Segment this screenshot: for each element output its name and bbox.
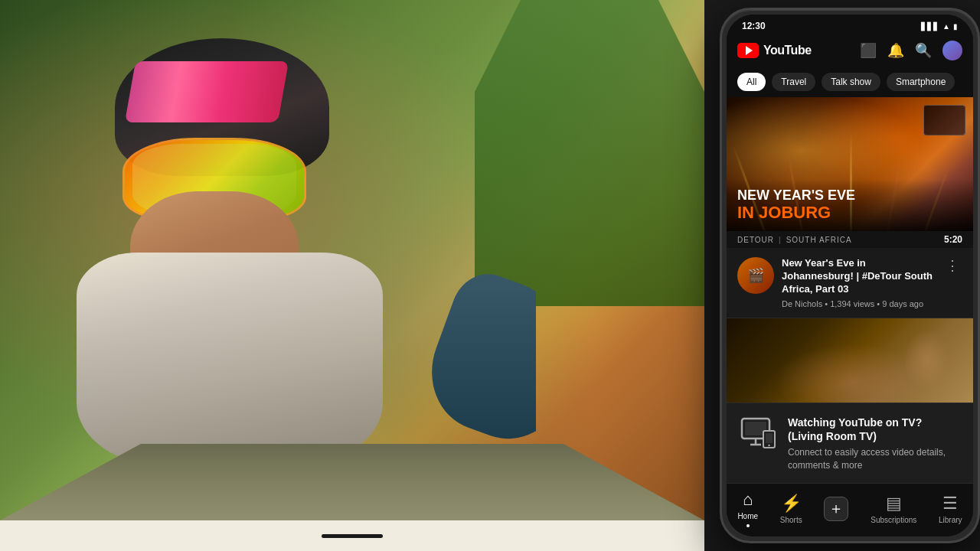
wifi-icon: ▲ (942, 22, 950, 31)
chip-talk-show[interactable]: Talk show (822, 73, 880, 91)
chip-all[interactable]: All (737, 73, 766, 91)
video-info-row[interactable]: 🎬 New Year's Eve in Johannesburg! | #DeT… (727, 248, 973, 318)
video-author: De Nichols (782, 299, 822, 308)
nav-subscriptions[interactable]: ▤ Subscriptions (871, 494, 916, 524)
battery-icon: ▮ (953, 22, 958, 31)
youtube-icon-box (737, 43, 759, 58)
svg-rect-5 (766, 433, 773, 443)
small-thumbnail-overlay (923, 105, 965, 135)
svg-point-6 (768, 444, 769, 445)
user-avatar[interactable] (942, 41, 962, 60)
featured-channel-meta: DETOUR | SOUTH AFRICA (737, 236, 852, 244)
youtube-logo-text: YouTube (763, 44, 812, 57)
nav-home-label: Home (737, 512, 758, 520)
video-title: New Year's Eve in Johannesburg! | #DeTou… (782, 257, 935, 296)
connect-text-block: Watching YouTube on TV? (Living Room TV)… (788, 416, 959, 472)
featured-thumbnail[interactable]: NEW YEAR'S EVE IN JOBURG (727, 97, 973, 231)
video-age: 9 days ago (882, 299, 923, 308)
shorts-icon: ⚡ (781, 494, 802, 514)
channel-avatar: 🎬 (737, 257, 774, 294)
status-time: 12:30 (742, 21, 766, 31)
video-details: New Year's Eve in Johannesburg! | #DeTou… (782, 257, 935, 308)
featured-region: SOUTH AFRICA (786, 236, 852, 244)
featured-title-line2: IN JOBURG (737, 204, 962, 222)
subscriptions-icon: ▤ (886, 494, 902, 514)
featured-overlay: NEW YEAR'S EVE IN JOBURG (727, 179, 973, 231)
bottom-bar (0, 520, 704, 551)
phone-screen: 12:30 ▋▋▋ ▲ ▮ YouTube ⬛ 🔔 � (727, 15, 973, 536)
background-video (0, 0, 704, 520)
video-views: 1,394 views (830, 299, 874, 308)
nav-library-label: Library (939, 516, 962, 524)
featured-title-line1: NEW YEAR'S EVE (737, 188, 962, 204)
youtube-logo: YouTube (737, 43, 812, 58)
nav-library[interactable]: ☰ Library (939, 494, 962, 524)
cast-icon[interactable]: ⬛ (860, 42, 877, 59)
youtube-header: YouTube ⬛ 🔔 🔍 (727, 34, 973, 67)
home-icon: ⌂ (743, 490, 753, 510)
second-video-preview[interactable] (727, 318, 973, 403)
connect-title: Watching YouTube on TV? (Living Room TV) (788, 416, 959, 443)
status-icons: ▋▋▋ ▲ ▮ (921, 22, 958, 31)
featured-channel: DETOUR (737, 236, 774, 244)
nav-subscriptions-label: Subscriptions (871, 516, 916, 524)
nav-home[interactable]: ⌂ Home (737, 490, 758, 527)
nav-create[interactable]: ＋ (824, 497, 848, 521)
signal-icon: ▋▋▋ (921, 22, 939, 31)
featured-video[interactable]: NEW YEAR'S EVE IN JOBURG DETOUR | SOUTH … (727, 97, 973, 248)
video-sub-info: De Nichols • 1,394 views • 9 days ago (782, 299, 935, 308)
connect-card-header: Watching YouTube on TV? (Living Room TV)… (740, 416, 959, 472)
library-icon: ☰ (942, 494, 958, 514)
chip-travel[interactable]: Travel (772, 73, 815, 91)
filter-chips: All Travel Talk show Smartphone (727, 67, 973, 97)
featured-separator: | (779, 236, 782, 244)
nav-shorts-label: Shorts (780, 516, 802, 524)
body (77, 253, 383, 459)
bell-icon[interactable]: 🔔 (887, 42, 904, 59)
nav-shorts[interactable]: ⚡ Shorts (780, 494, 802, 524)
tv-icon (740, 416, 777, 449)
search-icon[interactable]: 🔍 (915, 42, 932, 59)
video-menu-button[interactable]: ⋮ (942, 257, 962, 274)
status-bar: 12:30 ▋▋▋ ▲ ▮ (727, 15, 973, 34)
phone-container: 12:30 ▋▋▋ ▲ ▮ YouTube ⬛ 🔔 � (720, 8, 980, 543)
phone-frame: 12:30 ▋▋▋ ▲ ▮ YouTube ⬛ 🔔 � (720, 8, 980, 543)
connect-subtitle: Connect to easily access video details, … (788, 446, 959, 472)
bottom-nav: ⌂ Home ⚡ Shorts ＋ ▤ Subscriptions ☰ L (727, 483, 973, 536)
create-icon: ＋ (824, 497, 848, 521)
progress-bar (322, 534, 383, 538)
featured-duration: 5:20 (944, 234, 962, 245)
chip-smartphone[interactable]: Smartphone (887, 73, 955, 91)
arm (414, 264, 536, 455)
header-icons: ⬛ 🔔 🔍 (860, 41, 962, 60)
youtube-play-icon (746, 46, 753, 55)
home-active-indicator (746, 524, 750, 527)
cyclist-figure (77, 38, 536, 459)
featured-meta-bar: DETOUR | SOUTH AFRICA 5:20 (727, 231, 973, 248)
